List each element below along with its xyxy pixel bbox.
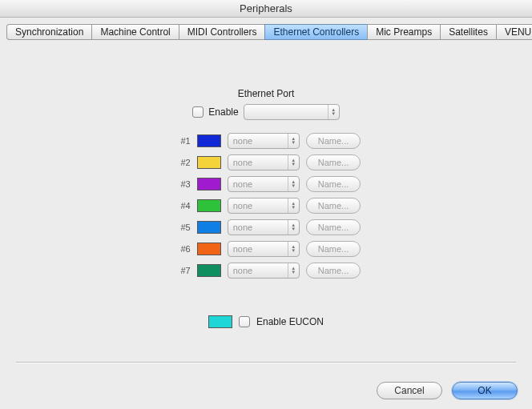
eucon-color-swatch [208,315,232,328]
enable-ethernet-checkbox[interactable] [192,106,204,118]
tab-mic-preamps[interactable]: Mic Preamps [367,24,440,40]
name-button[interactable]: Name... [306,263,361,279]
controller-row: #5 none ▲▼ Name... [171,219,361,235]
stepper-icon: ▲▼ [288,220,299,235]
tab-midi-controllers[interactable]: MIDI Controllers [179,24,265,40]
row-select[interactable]: none ▲▼ [228,154,300,170]
row-select[interactable]: none ▲▼ [228,176,300,192]
color-swatch[interactable] [197,243,221,255]
controller-row: #7 none ▲▼ Name... [171,263,361,279]
stepper-icon: ▲▼ [288,242,299,256]
tab-venue[interactable]: VENUE [496,24,532,40]
color-swatch[interactable] [197,199,221,212]
content-pane: Ethernet Port Enable ▲▼ #1 none ▲▼ Name.… [0,40,532,328]
name-button[interactable]: Name... [306,219,361,235]
controller-row: #2 none ▲▼ Name... [171,154,361,170]
ethernet-port-select[interactable]: ▲▼ [244,104,340,120]
stepper-icon: ▲▼ [288,263,299,278]
controller-rows: #1 none ▲▼ Name... #2 none ▲▼ Name... #3… [171,133,361,279]
color-swatch[interactable] [197,134,221,147]
row-number: #7 [171,266,191,275]
tab-machine-control[interactable]: Machine Control [91,24,178,40]
controller-row: #1 none ▲▼ Name... [171,133,361,149]
row-select-value: none [228,158,288,167]
row-select[interactable]: none ▲▼ [228,133,300,149]
name-button[interactable]: Name... [306,154,361,170]
tab-bar: Synchronization Machine Control MIDI Con… [6,24,526,40]
row-select-value: none [228,201,288,211]
row-select[interactable]: none ▲▼ [228,263,300,279]
row-number: #2 [171,158,191,167]
controller-row: #4 none ▲▼ Name... [171,198,361,214]
row-select[interactable]: none ▲▼ [228,198,300,214]
row-select-value: none [228,179,288,189]
row-number: #4 [171,201,191,211]
name-button[interactable]: Name... [306,133,361,149]
dialog-footer: Cancel OK [377,382,518,399]
stepper-icon: ▲▼ [328,105,339,119]
row-number: #1 [171,136,191,146]
tab-satellites[interactable]: Satellites [440,24,496,40]
row-select-value: none [228,223,288,232]
cancel-button[interactable]: Cancel [377,382,442,399]
row-number: #6 [171,244,191,254]
row-select-value: none [228,244,288,254]
stepper-icon: ▲▼ [288,198,299,213]
section-title-ethernet-port: Ethernet Port [238,88,295,99]
enable-eucon-row: Enable EUCON [208,315,324,328]
separator [16,362,516,363]
stepper-icon: ▲▼ [288,134,299,148]
row-select-value: none [228,266,288,275]
color-swatch[interactable] [197,156,221,169]
enable-ethernet-label: Enable [208,106,238,118]
enable-eucon-label: Enable EUCON [256,316,324,327]
controller-row: #6 none ▲▼ Name... [171,241,361,257]
row-number: #3 [171,179,191,189]
row-select-value: none [228,136,288,146]
color-swatch[interactable] [197,264,221,277]
stepper-icon: ▲▼ [288,177,299,191]
enable-eucon-checkbox[interactable] [239,316,250,327]
name-button[interactable]: Name... [306,198,361,214]
ok-button[interactable]: OK [452,382,518,399]
row-select[interactable]: none ▲▼ [228,219,300,235]
tab-synchronization[interactable]: Synchronization [6,24,91,40]
window-title: Peripherals [0,0,532,18]
controller-row: #3 none ▲▼ Name... [171,176,361,192]
enable-ethernet-row: Enable ▲▼ [192,104,339,120]
stepper-icon: ▲▼ [288,155,299,170]
color-swatch[interactable] [197,178,221,190]
row-number: #5 [171,223,191,232]
name-button[interactable]: Name... [306,176,361,192]
color-swatch[interactable] [197,221,221,234]
tab-ethernet-controllers[interactable]: Ethernet Controllers [264,24,367,40]
name-button[interactable]: Name... [306,241,361,257]
row-select[interactable]: none ▲▼ [228,241,300,257]
